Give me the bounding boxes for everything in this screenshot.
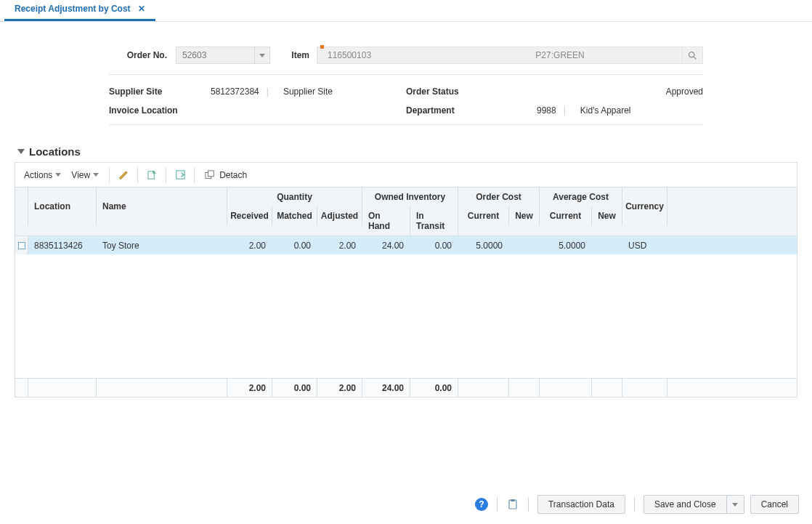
- col-currency[interactable]: Currency: [622, 188, 667, 225]
- help-icon: ?: [479, 499, 484, 509]
- pencil-icon: [118, 169, 129, 180]
- item-search-button[interactable]: [683, 47, 703, 64]
- department-label: Department: [406, 105, 508, 116]
- supplier-site-name: Supplier Site: [283, 86, 333, 97]
- department-name: Kid's Apparel: [580, 105, 631, 116]
- col-matched[interactable]: Matched: [272, 206, 317, 225]
- view-label: View: [71, 170, 90, 180]
- actions-label: Actions: [24, 170, 52, 180]
- separator: |: [564, 105, 566, 116]
- help-button[interactable]: ?: [475, 498, 488, 511]
- cell-onhand: 24.00: [362, 236, 410, 254]
- footer-ac-current: [540, 379, 592, 397]
- wrap-button[interactable]: [172, 167, 188, 183]
- col-ac-current[interactable]: Current: [540, 206, 592, 225]
- order-no-field: 52603: [176, 47, 270, 64]
- footer-received: 2.00: [227, 379, 272, 397]
- chevron-down-icon: [55, 173, 61, 177]
- footer-handle: [15, 379, 28, 397]
- svg-line-1: [694, 57, 696, 59]
- footer-location: [28, 379, 97, 397]
- order-no-label: Order No.: [109, 50, 176, 60]
- locations-section-header: Locations: [0, 132, 812, 162]
- locations-title: Locations: [29, 145, 81, 158]
- table-toolbar: Actions View Detach: [15, 162, 797, 187]
- cell-received: 2.00: [227, 236, 272, 254]
- toolbar-separator: [137, 167, 138, 183]
- chevron-down-icon: [259, 54, 265, 57]
- footer-separator: [497, 497, 498, 512]
- close-tab-icon[interactable]: ✕: [138, 4, 145, 14]
- toolbar-separator: [109, 167, 110, 183]
- detach-label: Detach: [219, 170, 247, 180]
- col-ac-new[interactable]: New: [592, 206, 622, 225]
- col-received[interactable]: Received: [227, 206, 272, 225]
- clipboard-icon: [507, 499, 519, 510]
- colgroup-owned-inventory: Owned Inventory: [362, 188, 458, 206]
- col-adjusted[interactable]: Adjusted: [317, 206, 362, 225]
- row-selector[interactable]: [15, 236, 28, 254]
- toolbar-separator: [194, 167, 195, 183]
- department-id: 9988: [537, 105, 556, 116]
- col-intransit[interactable]: In Transit: [410, 206, 458, 235]
- separator: |: [267, 86, 269, 97]
- item-input[interactable]: 116500103 P27:GREEN: [317, 47, 683, 64]
- detach-button[interactable]: Detach: [200, 167, 251, 183]
- cell-ac-current: 5.0000: [540, 236, 592, 254]
- page-footer: ? Transaction Data Save and Close Cancel: [475, 495, 799, 514]
- order-status-label: Order Status: [406, 86, 508, 97]
- detach-icon: [205, 170, 215, 180]
- table-row[interactable]: 8835113426 Toy Store 2.00 0.00 2.00 24.0…: [15, 236, 797, 254]
- table-body[interactable]: 8835113426 Toy Store 2.00 0.00 2.00 24.0…: [15, 236, 797, 378]
- invoice-location-label: Invoice Location: [109, 105, 211, 116]
- cell-matched: 0.00: [272, 236, 317, 254]
- svg-rect-5: [208, 170, 214, 176]
- notes-button[interactable]: [506, 498, 519, 511]
- col-name[interactable]: Name: [97, 188, 227, 225]
- transaction-data-button[interactable]: Transaction Data: [537, 495, 625, 514]
- required-indicator-icon: [320, 45, 324, 49]
- footer-separator: [528, 497, 529, 512]
- view-menu[interactable]: View: [67, 167, 103, 183]
- locations-table: Location Name Quantity Received Matched …: [15, 187, 797, 398]
- actions-menu[interactable]: Actions: [20, 167, 65, 183]
- export-button[interactable]: [144, 167, 160, 183]
- toolbar-separator: [166, 167, 166, 183]
- order-no-input[interactable]: 52603: [176, 47, 254, 64]
- supplier-site-id: 5812372384: [211, 86, 259, 97]
- table-footer: 2.00 0.00 2.00 24.00 0.00: [15, 378, 797, 397]
- export-icon: [147, 169, 158, 180]
- save-and-close-button[interactable]: Save and Close: [643, 495, 727, 514]
- cell-oc-new[interactable]: [509, 236, 540, 254]
- cell-location: 8835113426: [28, 236, 97, 254]
- cell-ac-new[interactable]: [592, 236, 622, 254]
- col-location[interactable]: Location: [28, 188, 97, 225]
- cancel-button[interactable]: Cancel: [750, 495, 799, 514]
- col-oc-current[interactable]: Current: [458, 206, 509, 225]
- edit-button[interactable]: [115, 167, 131, 183]
- footer-oc-new: [509, 379, 540, 397]
- footer-oc-current: [458, 379, 509, 397]
- divider: [109, 124, 703, 125]
- order-no-dropdown-button[interactable]: [254, 47, 270, 64]
- wrap-icon: [175, 169, 186, 180]
- col-oc-new[interactable]: New: [509, 206, 540, 225]
- divider: [109, 74, 703, 75]
- disclose-icon[interactable]: [17, 149, 25, 154]
- footer-currency: [622, 379, 667, 397]
- chevron-down-icon: [93, 173, 99, 177]
- item-label: Item: [286, 50, 317, 60]
- footer-ac-new: [592, 379, 622, 397]
- col-onhand[interactable]: On Hand: [362, 206, 410, 235]
- colgroup-average-cost: Average Cost: [540, 188, 622, 206]
- colgroup-order-cost: Order Cost: [458, 188, 540, 206]
- order-status-value: Approved: [666, 86, 703, 97]
- footer-adjusted: 2.00: [317, 379, 362, 397]
- cell-adjusted: 2.00: [317, 236, 362, 254]
- tab-receipt-adjustment[interactable]: Receipt Adjustment by Cost ✕: [4, 0, 155, 21]
- search-icon: [688, 51, 697, 60]
- save-dropdown-button[interactable]: [727, 495, 744, 514]
- footer-onhand: 24.00: [362, 379, 410, 397]
- footer-name: [97, 379, 227, 397]
- chevron-down-icon: [732, 503, 738, 507]
